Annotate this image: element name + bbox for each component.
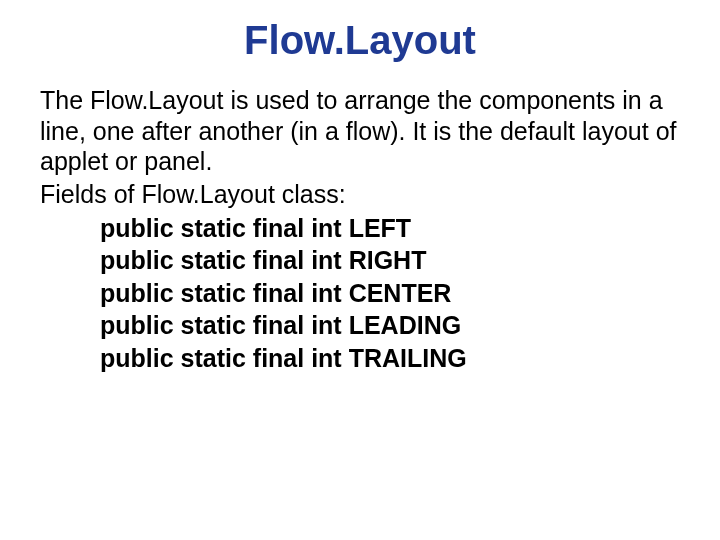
list-item: public static final int CENTER <box>100 277 680 310</box>
description-text: The Flow.Layout is used to arrange the c… <box>40 85 680 177</box>
list-item: public static final int LEFT <box>100 212 680 245</box>
fields-list: public static final int LEFT public stat… <box>40 212 680 375</box>
page-title: Flow.Layout <box>40 18 680 63</box>
list-item: public static final int RIGHT <box>100 244 680 277</box>
list-item: public static final int LEADING <box>100 309 680 342</box>
fields-label: Fields of Flow.Layout class: <box>40 179 680 210</box>
list-item: public static final int TRAILING <box>100 342 680 375</box>
